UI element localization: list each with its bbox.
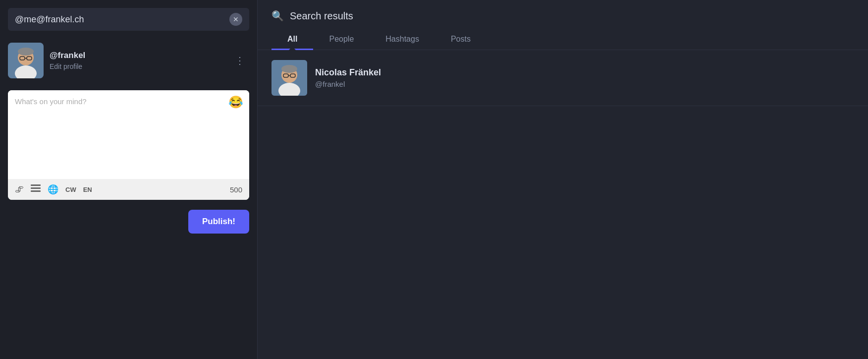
tabs: All People Hashtags Posts <box>271 30 854 50</box>
en-button[interactable]: EN <box>83 186 92 193</box>
tab-all[interactable]: All <box>271 30 313 50</box>
svg-point-13 <box>281 65 297 73</box>
right-panel: 🔍 Search results All People Hashtags Pos… <box>258 0 868 359</box>
search-input[interactable] <box>15 14 225 25</box>
compose-box: 😂 🖇 🌐 CW EN 500 <box>8 90 249 200</box>
clear-search-button[interactable]: ✕ <box>229 13 242 26</box>
result-info: Nicolas Fränkel @frankel <box>315 67 381 88</box>
svg-rect-9 <box>31 190 41 192</box>
svg-rect-7 <box>31 184 41 186</box>
results-list: Nicolas Fränkel @frankel <box>258 50 868 106</box>
tab-posts[interactable]: Posts <box>435 30 487 50</box>
profile-row: @frankel Edit profile ⋮ <box>8 39 249 82</box>
svg-rect-8 <box>31 187 41 189</box>
avatar-image <box>8 43 44 78</box>
list-icon[interactable] <box>31 184 41 195</box>
char-count: 500 <box>230 185 242 194</box>
search-results-title: 🔍 Search results <box>271 10 854 22</box>
profile-handle: @frankel <box>50 51 225 60</box>
attach-icon[interactable]: 🖇 <box>15 184 24 195</box>
profile-menu-button[interactable]: ⋮ <box>231 54 249 67</box>
search-results-label: Search results <box>290 10 353 22</box>
search-results-header: 🔍 Search results All People Hashtags Pos… <box>258 0 868 50</box>
result-avatar-image <box>271 60 307 96</box>
result-handle: @frankel <box>315 80 381 88</box>
result-name: Nicolas Fränkel <box>315 67 381 78</box>
compose-top: 😂 <box>8 90 249 179</box>
search-icon: 🔍 <box>271 10 284 22</box>
close-icon: ✕ <box>233 15 239 23</box>
compose-textarea[interactable] <box>8 90 249 177</box>
search-bar: ✕ <box>8 8 249 31</box>
cw-button[interactable]: CW <box>65 186 76 193</box>
publish-button[interactable]: Publish! <box>188 210 249 234</box>
profile-edit-label: Edit profile <box>50 62 225 70</box>
compose-toolbar: 🖇 🌐 CW EN 500 <box>8 179 249 200</box>
svg-point-3 <box>18 48 34 56</box>
tab-people[interactable]: People <box>313 30 370 50</box>
avatar <box>8 43 44 78</box>
tab-hashtags[interactable]: Hashtags <box>370 30 435 50</box>
globe-icon[interactable]: 🌐 <box>48 184 58 195</box>
left-panel: ✕ @frankel Edit profile ⋮ <box>0 0 258 359</box>
result-avatar <box>271 60 307 96</box>
result-item[interactable]: Nicolas Fränkel @frankel <box>258 50 868 106</box>
emoji-button[interactable]: 😂 <box>228 95 243 109</box>
profile-info: @frankel Edit profile <box>50 51 225 70</box>
